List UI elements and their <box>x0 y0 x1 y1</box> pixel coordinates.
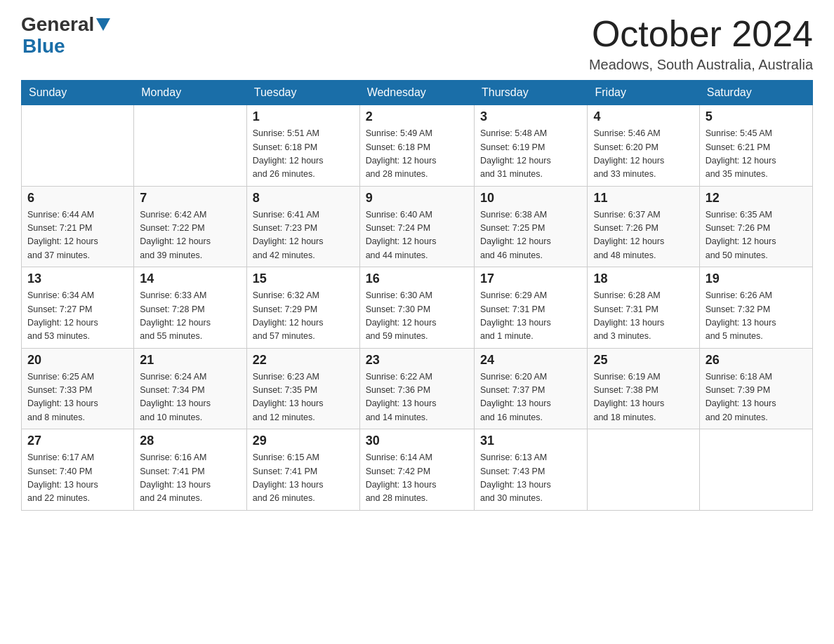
cell-day-number: 15 <box>253 271 354 286</box>
cell-info-text: Sunrise: 6:29 AM Sunset: 7:31 PM Dayligh… <box>480 289 582 344</box>
calendar-table: SundayMondayTuesdayWednesdayThursdayFrid… <box>21 80 813 511</box>
cell-day-number: 13 <box>27 271 128 286</box>
calendar-cell: 3Sunrise: 5:48 AM Sunset: 6:19 PM Daylig… <box>474 105 588 187</box>
cell-day-number: 18 <box>593 271 693 286</box>
calendar-cell: 30Sunrise: 6:14 AM Sunset: 7:42 PM Dayli… <box>359 429 474 511</box>
cell-day-number: 26 <box>706 353 807 368</box>
calendar-cell: 21Sunrise: 6:24 AM Sunset: 7:34 PM Dayli… <box>134 348 247 429</box>
cell-day-number: 16 <box>366 271 468 286</box>
cell-info-text: Sunrise: 6:15 AM Sunset: 7:41 PM Dayligh… <box>253 451 354 506</box>
calendar-cell: 11Sunrise: 6:37 AM Sunset: 7:26 PM Dayli… <box>588 186 699 267</box>
logo-general: General <box>21 14 110 36</box>
cell-day-number: 27 <box>27 434 128 448</box>
cell-info-text: Sunrise: 6:44 AM Sunset: 7:21 PM Dayligh… <box>27 208 128 263</box>
cell-info-text: Sunrise: 6:32 AM Sunset: 7:29 PM Dayligh… <box>253 289 354 344</box>
cell-day-number: 24 <box>480 353 582 368</box>
weekday-header-sunday: Sunday <box>22 81 134 105</box>
location-subtitle: Meadows, South Australia, Australia <box>589 57 813 73</box>
cell-day-number: 6 <box>27 191 128 206</box>
cell-day-number: 23 <box>366 353 468 368</box>
calendar-cell: 1Sunrise: 5:51 AM Sunset: 6:18 PM Daylig… <box>246 105 359 187</box>
cell-info-text: Sunrise: 6:28 AM Sunset: 7:31 PM Dayligh… <box>593 289 693 344</box>
cell-day-number: 25 <box>593 353 693 368</box>
cell-info-text: Sunrise: 6:34 AM Sunset: 7:27 PM Dayligh… <box>27 289 128 344</box>
calendar-cell: 25Sunrise: 6:19 AM Sunset: 7:38 PM Dayli… <box>588 348 699 429</box>
calendar-cell <box>22 105 134 187</box>
calendar-cell <box>588 429 699 511</box>
cell-info-text: Sunrise: 6:18 AM Sunset: 7:39 PM Dayligh… <box>706 370 807 425</box>
cell-day-number: 7 <box>140 191 241 206</box>
calendar-cell: 18Sunrise: 6:28 AM Sunset: 7:31 PM Dayli… <box>588 267 699 349</box>
calendar-cell: 14Sunrise: 6:33 AM Sunset: 7:28 PM Dayli… <box>134 267 247 349</box>
cell-info-text: Sunrise: 6:17 AM Sunset: 7:40 PM Dayligh… <box>27 451 128 506</box>
calendar-week-row: 1Sunrise: 5:51 AM Sunset: 6:18 PM Daylig… <box>22 105 813 187</box>
cell-day-number: 31 <box>480 434 582 448</box>
logo: General Blue <box>21 14 110 58</box>
cell-info-text: Sunrise: 6:37 AM Sunset: 7:26 PM Dayligh… <box>593 208 693 263</box>
calendar-cell: 12Sunrise: 6:35 AM Sunset: 7:26 PM Dayli… <box>699 186 812 267</box>
cell-day-number: 14 <box>140 271 241 286</box>
cell-info-text: Sunrise: 6:38 AM Sunset: 7:25 PM Dayligh… <box>480 208 582 263</box>
cell-info-text: Sunrise: 6:25 AM Sunset: 7:33 PM Dayligh… <box>27 370 128 425</box>
cell-info-text: Sunrise: 6:14 AM Sunset: 7:42 PM Dayligh… <box>366 451 468 506</box>
cell-day-number: 30 <box>366 434 468 448</box>
cell-info-text: Sunrise: 6:26 AM Sunset: 7:32 PM Dayligh… <box>706 289 807 344</box>
calendar-cell: 27Sunrise: 6:17 AM Sunset: 7:40 PM Dayli… <box>22 429 134 511</box>
calendar-cell <box>134 105 247 187</box>
calendar-cell: 24Sunrise: 6:20 AM Sunset: 7:37 PM Dayli… <box>474 348 588 429</box>
cell-info-text: Sunrise: 6:22 AM Sunset: 7:36 PM Dayligh… <box>366 370 468 425</box>
cell-day-number: 9 <box>366 191 468 206</box>
cell-info-text: Sunrise: 6:23 AM Sunset: 7:35 PM Dayligh… <box>253 370 354 425</box>
calendar-cell: 6Sunrise: 6:44 AM Sunset: 7:21 PM Daylig… <box>22 186 134 267</box>
cell-info-text: Sunrise: 6:33 AM Sunset: 7:28 PM Dayligh… <box>140 289 241 344</box>
cell-info-text: Sunrise: 5:46 AM Sunset: 6:20 PM Dayligh… <box>593 127 693 182</box>
cell-info-text: Sunrise: 5:45 AM Sunset: 6:21 PM Dayligh… <box>706 127 807 182</box>
calendar-cell: 5Sunrise: 5:45 AM Sunset: 6:21 PM Daylig… <box>699 105 812 187</box>
cell-info-text: Sunrise: 6:42 AM Sunset: 7:22 PM Dayligh… <box>140 208 241 263</box>
cell-info-text: Sunrise: 6:24 AM Sunset: 7:34 PM Dayligh… <box>140 370 241 425</box>
logo-arrow-icon <box>96 18 110 31</box>
weekday-header-friday: Friday <box>588 81 699 105</box>
calendar-cell: 4Sunrise: 5:46 AM Sunset: 6:20 PM Daylig… <box>588 105 699 187</box>
month-year-title: October 2024 <box>589 14 813 54</box>
calendar-cell: 19Sunrise: 6:26 AM Sunset: 7:32 PM Dayli… <box>699 267 812 349</box>
cell-info-text: Sunrise: 5:51 AM Sunset: 6:18 PM Dayligh… <box>253 127 354 182</box>
title-area: October 2024 Meadows, South Australia, A… <box>589 14 813 73</box>
calendar-cell: 8Sunrise: 6:41 AM Sunset: 7:23 PM Daylig… <box>246 186 359 267</box>
cell-day-number: 4 <box>593 109 693 124</box>
calendar-cell: 29Sunrise: 6:15 AM Sunset: 7:41 PM Dayli… <box>246 429 359 511</box>
cell-day-number: 28 <box>140 434 241 448</box>
cell-info-text: Sunrise: 5:49 AM Sunset: 6:18 PM Dayligh… <box>366 127 468 182</box>
calendar-cell: 9Sunrise: 6:40 AM Sunset: 7:24 PM Daylig… <box>359 186 474 267</box>
calendar-cell: 17Sunrise: 6:29 AM Sunset: 7:31 PM Dayli… <box>474 267 588 349</box>
cell-info-text: Sunrise: 6:13 AM Sunset: 7:43 PM Dayligh… <box>480 451 582 506</box>
cell-day-number: 17 <box>480 271 582 286</box>
calendar-cell: 23Sunrise: 6:22 AM Sunset: 7:36 PM Dayli… <box>359 348 474 429</box>
cell-day-number: 10 <box>480 191 582 206</box>
cell-day-number: 19 <box>706 271 807 286</box>
weekday-header-saturday: Saturday <box>699 81 812 105</box>
calendar-week-row: 27Sunrise: 6:17 AM Sunset: 7:40 PM Dayli… <box>22 429 813 511</box>
weekday-header-monday: Monday <box>134 81 247 105</box>
calendar-cell: 2Sunrise: 5:49 AM Sunset: 6:18 PM Daylig… <box>359 105 474 187</box>
cell-day-number: 2 <box>366 109 468 124</box>
cell-day-number: 1 <box>253 109 354 124</box>
calendar-cell: 26Sunrise: 6:18 AM Sunset: 7:39 PM Dayli… <box>699 348 812 429</box>
weekday-header-thursday: Thursday <box>474 81 588 105</box>
calendar-cell: 22Sunrise: 6:23 AM Sunset: 7:35 PM Dayli… <box>246 348 359 429</box>
cell-day-number: 22 <box>253 353 354 368</box>
cell-info-text: Sunrise: 5:48 AM Sunset: 6:19 PM Dayligh… <box>480 127 582 182</box>
calendar-cell <box>699 429 812 511</box>
cell-day-number: 3 <box>480 109 582 124</box>
calendar-cell: 28Sunrise: 6:16 AM Sunset: 7:41 PM Dayli… <box>134 429 247 511</box>
calendar-cell: 7Sunrise: 6:42 AM Sunset: 7:22 PM Daylig… <box>134 186 247 267</box>
calendar-cell: 16Sunrise: 6:30 AM Sunset: 7:30 PM Dayli… <box>359 267 474 349</box>
cell-info-text: Sunrise: 6:35 AM Sunset: 7:26 PM Dayligh… <box>706 208 807 263</box>
weekday-header-wednesday: Wednesday <box>359 81 474 105</box>
calendar-cell: 20Sunrise: 6:25 AM Sunset: 7:33 PM Dayli… <box>22 348 134 429</box>
cell-info-text: Sunrise: 6:16 AM Sunset: 7:41 PM Dayligh… <box>140 451 241 506</box>
calendar-week-row: 6Sunrise: 6:44 AM Sunset: 7:21 PM Daylig… <box>22 186 813 267</box>
weekday-header-tuesday: Tuesday <box>246 81 359 105</box>
cell-day-number: 20 <box>27 353 128 368</box>
cell-day-number: 29 <box>253 434 354 448</box>
